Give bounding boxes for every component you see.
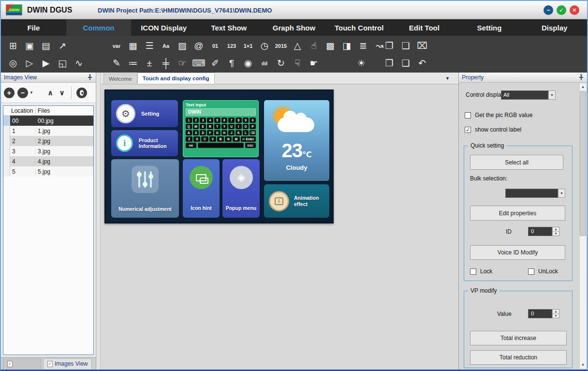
plus-minus-icon[interactable]: ± — [141, 55, 158, 71]
paste-icon[interactable]: ❏ — [397, 38, 414, 54]
drag-gesture-icon[interactable]: ☛ — [306, 55, 322, 71]
id-spin-arrows-icon[interactable]: ▲▼ — [552, 227, 559, 236]
select-all-button[interactable]: Select all — [470, 155, 563, 170]
voice-id-modify-button[interactable]: Voice ID Modify — [470, 245, 565, 260]
delete-icon[interactable]: ⌧ — [414, 38, 430, 54]
pencil-edit-icon[interactable]: ✐ — [207, 55, 223, 71]
pin-icon[interactable] — [87, 74, 93, 80]
menu-edit-tool[interactable]: Edit Tool — [392, 19, 457, 36]
data-variable-icon[interactable]: 01 — [207, 38, 223, 54]
paste-page-icon[interactable]: ❑ — [397, 55, 414, 71]
confirm-button[interactable]: ✓ — [557, 5, 566, 15]
touch-form-icon[interactable]: ☝ — [306, 38, 322, 54]
text-display-icon[interactable]: Aa — [158, 38, 174, 54]
scroll-down-icon[interactable]: ▼ — [580, 361, 586, 369]
close-button[interactable]: ✕ — [570, 5, 579, 15]
menu-display[interactable]: Display — [522, 19, 587, 36]
file-row-00[interactable]: 00 00.jpg — [3, 116, 93, 126]
curve-icon[interactable]: ∿ — [71, 55, 87, 71]
panel-splitter[interactable] — [97, 73, 101, 370]
qr-code-icon[interactable]: ▩ — [322, 38, 338, 54]
scroll-up-icon[interactable]: ▲ — [580, 83, 586, 90]
control-display-caret-icon[interactable]: ▼ — [548, 90, 556, 100]
total-reduction-button[interactable]: Total reduction — [470, 350, 567, 365]
value-spinbox[interactable]: 0 — [528, 309, 552, 318]
time-display-icon[interactable]: @ — [191, 38, 207, 54]
preview-icon[interactable]: ◎ — [5, 55, 21, 71]
file-row-5[interactable]: 5 5.jpg — [3, 166, 93, 177]
screen-scale-icon[interactable]: ◱ — [54, 55, 71, 71]
list-config-icon[interactable]: ≔ — [125, 55, 141, 71]
graph-shapes-icon[interactable]: △ — [289, 38, 306, 54]
menu-common[interactable]: Common — [66, 19, 132, 36]
play-icon[interactable]: ▷ — [21, 55, 38, 71]
icon-animation-icon[interactable]: ▦ — [125, 38, 141, 54]
image-display-icon[interactable]: ▨ — [174, 38, 191, 54]
tab-touch-display-config[interactable]: Touch and display config — [137, 73, 215, 84]
control-display-combo[interactable]: All — [501, 90, 548, 100]
visibility-icon[interactable] — [76, 88, 87, 98]
menu-graph-show[interactable]: Graph Show — [262, 19, 327, 36]
tab-welcome[interactable]: Welcome — [103, 74, 137, 84]
menu-setting[interactable]: Setting — [457, 19, 522, 36]
save-icon[interactable]: ▣ — [21, 38, 38, 54]
total-increase-button[interactable]: Total increase — [470, 331, 567, 345]
edit-properties-button[interactable]: Edit properties — [470, 206, 565, 221]
copy-page-icon[interactable]: ❒ — [381, 55, 397, 71]
keyboard-config-icon[interactable]: ⌨ — [191, 55, 207, 71]
copy-icon[interactable]: ❐ — [381, 38, 397, 54]
file-row-4[interactable]: 4 4.jpg — [3, 156, 93, 166]
video-play-icon[interactable]: ▶ — [38, 55, 54, 71]
bulk-selection-combo[interactable] — [505, 189, 558, 198]
scrollbar-thumb[interactable] — [580, 91, 586, 236]
id-spinbox[interactable]: 0 — [528, 227, 552, 236]
doc-edit-icon[interactable]: ✎ — [108, 55, 125, 71]
var-display-icon[interactable]: var — [108, 38, 125, 54]
export-icon[interactable]: ↗ — [54, 38, 71, 54]
number-display-icon[interactable]: 123 — [223, 38, 240, 54]
data-window-icon[interactable]: ≣ — [355, 38, 371, 54]
image-switch-icon[interactable]: ◨ — [338, 38, 355, 54]
dock-tab-images-view[interactable]: Images View — [43, 358, 92, 369]
hmi-preview-image[interactable]: ⚙ Setting i Product Information Text Inp… — [104, 89, 334, 223]
brightness-icon[interactable]: ☀ — [353, 55, 369, 71]
zoom-out-caret-icon[interactable]: ▼ — [29, 90, 33, 95]
menu-text-show[interactable]: Text Show — [196, 19, 262, 36]
lock-checkbox[interactable] — [470, 268, 476, 275]
file-row-3[interactable]: 3 3.jpg — [3, 146, 93, 156]
zoom-out-icon[interactable]: − — [17, 88, 28, 98]
move-up-icon[interactable]: ∧ — [46, 89, 55, 97]
move-down-icon[interactable]: ∨ — [58, 89, 66, 97]
tab-list-caret-icon[interactable]: ▼ — [445, 76, 450, 81]
design-canvas[interactable]: ⚙ Setting i Product Information Text Inp… — [101, 86, 458, 370]
menu-icon-display[interactable]: ICON Display — [131, 19, 196, 36]
disk-search-icon[interactable]: ◉ — [240, 55, 256, 71]
rtc-display-icon[interactable]: 2015 — [273, 38, 289, 54]
rotate-gesture-icon[interactable]: ↻ — [273, 55, 289, 71]
unlock-checkbox[interactable] — [528, 268, 534, 275]
pin-icon[interactable] — [578, 74, 584, 80]
show-control-label-checkbox[interactable]: ✓ — [465, 127, 471, 133]
print-icon[interactable]: ▤ — [38, 38, 54, 54]
value-spin-arrows-icon[interactable]: ▲▼ — [552, 309, 559, 318]
slide-gesture-icon[interactable]: ☟ — [289, 55, 306, 71]
clock-display-icon[interactable]: ◷ — [256, 38, 273, 54]
undo-icon[interactable]: ↶ — [414, 55, 430, 71]
minimize-button[interactable]: − — [544, 5, 553, 15]
property-scrollbar[interactable]: ▲ ▼ — [579, 83, 587, 369]
bulk-selection-caret-icon[interactable]: ▼ — [558, 189, 565, 198]
menu-touch-control[interactable]: Touch Control — [326, 19, 392, 36]
dock-tab-hidden[interactable] — [3, 358, 41, 369]
audio-wave-icon[interactable]: ılıl — [256, 55, 273, 71]
new-file-icon[interactable]: ⊞ — [5, 38, 21, 54]
touch-press-icon[interactable]: ☞ — [174, 55, 191, 71]
menu-file[interactable]: File — [1, 19, 66, 36]
zoom-in-icon[interactable]: + — [4, 88, 15, 98]
file-row-1[interactable]: 1 1.jpg — [3, 126, 93, 136]
text-note-icon[interactable]: ¶ — [223, 55, 240, 71]
char-display-icon[interactable]: 1×1 — [240, 38, 256, 54]
slider-adjust-icon[interactable]: ╪ — [158, 55, 174, 71]
get-rgb-checkbox[interactable] — [465, 112, 471, 119]
slider-config-icon[interactable]: ☰ — [141, 38, 158, 54]
file-row-2[interactable]: 2 2.jpg — [3, 136, 93, 146]
